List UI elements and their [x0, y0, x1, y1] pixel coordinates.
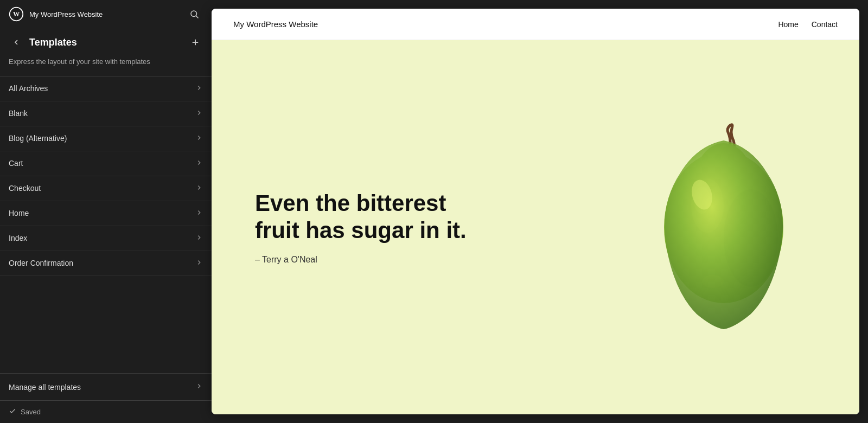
hero-quote: Even the bitterest fruit has sugar in it… — [255, 190, 472, 245]
sidebar-footer: Manage all templates Saved — [0, 373, 212, 423]
svg-line-3 — [196, 16, 198, 18]
chevron-right-icon — [195, 84, 203, 93]
item-label: Index — [9, 234, 195, 242]
manage-label: Manage all templates — [9, 383, 195, 392]
item-label: Home — [9, 209, 195, 217]
sidebar: W My WordPress Website Templates Express… — [0, 0, 212, 423]
item-label: Cart — [9, 159, 195, 168]
website-header: My WordPress Website Home Contact — [212, 9, 859, 40]
chevron-right-icon — [195, 234, 203, 243]
site-title: My WordPress Website — [29, 10, 180, 18]
chevron-right-icon — [195, 184, 203, 193]
manage-templates-item[interactable]: Manage all templates — [0, 374, 212, 400]
svg-point-2 — [191, 11, 197, 17]
nav-home-link[interactable]: Home — [778, 20, 798, 29]
chevron-right-icon — [195, 134, 203, 143]
chevron-right-icon — [195, 109, 203, 118]
hero-text: Even the bitterest fruit has sugar in it… — [255, 190, 472, 265]
nav-contact-link[interactable]: Contact — [812, 20, 838, 29]
section-description: Express the layout of your site with tem… — [0, 54, 212, 76]
hero-author: – Terry a O'Neal — [255, 255, 472, 265]
item-label: Order Confirmation — [9, 259, 195, 267]
sidebar-item-blog-alternative[interactable]: Blog (Alternative) — [0, 126, 212, 151]
item-label: All Archives — [9, 84, 195, 93]
sidebar-item-order-confirmation[interactable]: Order Confirmation — [0, 251, 212, 276]
sidebar-item-checkout[interactable]: Checkout — [0, 176, 212, 201]
topbar: W My WordPress Website — [0, 0, 212, 28]
sidebar-item-home[interactable]: Home — [0, 201, 212, 226]
hero-section: Even the bitterest fruit has sugar in it… — [212, 40, 859, 414]
status-bar: Saved — [0, 400, 212, 423]
chevron-right-icon — [195, 259, 203, 268]
website-nav: Home Contact — [778, 20, 838, 29]
website-logo: My WordPress Website — [233, 20, 318, 29]
sidebar-item-cart[interactable]: Cart — [0, 151, 212, 176]
saved-status: Saved — [21, 408, 41, 416]
section-title: Templates — [29, 37, 182, 48]
section-header: Templates — [0, 28, 212, 54]
svg-text:W: W — [13, 10, 20, 18]
back-button[interactable] — [9, 35, 24, 50]
item-label: Blank — [9, 109, 195, 118]
chevron-right-icon — [195, 159, 203, 168]
chevron-right-icon — [195, 209, 203, 218]
add-template-button[interactable] — [188, 35, 203, 50]
template-list: All Archives Blank Blog (Alternative) — [0, 76, 212, 374]
wp-logo-icon: W — [9, 7, 24, 22]
chevron-right-icon — [195, 382, 203, 392]
item-label: Checkout — [9, 184, 195, 193]
hero-pear-image — [631, 113, 816, 341]
item-label: Blog (Alternative) — [9, 134, 195, 143]
main-preview: My WordPress Website Home Contact Even t… — [212, 9, 859, 414]
sidebar-item-index[interactable]: Index — [0, 226, 212, 251]
check-icon — [9, 407, 16, 416]
sidebar-item-blank[interactable]: Blank — [0, 101, 212, 126]
sidebar-item-all-archives[interactable]: All Archives — [0, 76, 212, 101]
search-button[interactable] — [186, 5, 203, 23]
